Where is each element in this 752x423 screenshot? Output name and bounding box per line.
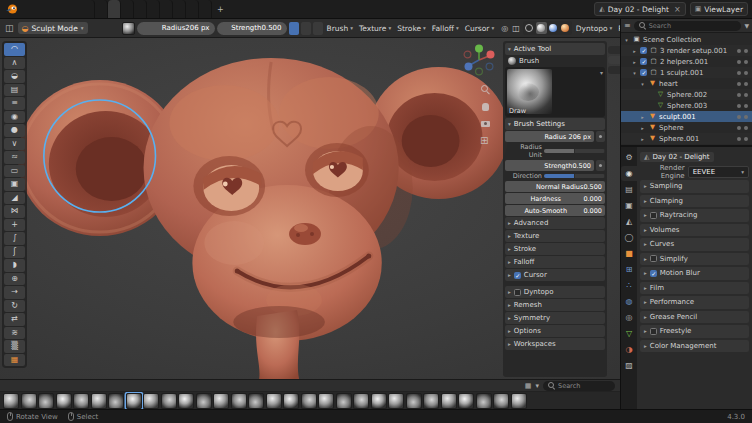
brush-asset[interactable] [73,393,89,409]
tool-draw-face-sets[interactable]: ▦ [4,354,25,367]
brush-asset[interactable] [423,393,439,409]
tool-crease[interactable]: ∨ [4,138,25,151]
outliner-row-render-setup[interactable]: ▸ 3 render setup.001 [621,45,752,56]
properties-tab-output[interactable]: ▤ [621,182,637,197]
panel-film[interactable]: ▸ Film [640,282,749,295]
wireframe-shading-button[interactable] [524,22,535,34]
sidebar-tab-item[interactable] [608,46,620,54]
menu-file[interactable] [21,7,31,11]
panel-cursor[interactable]: ▸ Cursor [505,269,605,281]
panel-dyntopo[interactable]: ▸ Dyntopo [505,286,605,298]
breadcrumb-scene[interactable]: ◭ Day 02 - Delight [640,152,714,162]
filter-icon[interactable]: ▼ [744,22,749,29]
panel-checkbox[interactable] [650,328,657,335]
workspace-tab-animation[interactable] [160,0,173,18]
brush-asset[interactable] [248,393,264,409]
tool-inflate[interactable]: ◉ [4,111,25,124]
tool-mask[interactable]: ▒ [4,340,25,353]
panel-remesh[interactable]: ▸ Remesh [505,299,605,311]
visibility-icons[interactable] [737,137,748,141]
panel-performance[interactable]: ▸ Performance [640,296,749,309]
properties-tab-modifiers[interactable]: ⊞ [621,262,637,277]
properties-tab-particles[interactable]: ∴ [621,278,637,293]
brush-asset[interactable] [406,393,422,409]
direction-sub-button[interactable] [575,174,606,178]
workspace-tab-modeling[interactable] [95,0,108,18]
stroke-dropdown[interactable]: Stroke▾ [395,22,428,34]
solid-shading-button[interactable] [536,22,547,34]
tool-grab[interactable]: + [4,219,25,232]
brush-asset[interactable] [126,393,142,409]
tool-elastic-deform[interactable]: ∫ [4,232,25,245]
brush-asset[interactable] [161,393,177,409]
menu-window[interactable] [54,7,64,11]
outliner-row-sphere[interactable]: ▸ Sphere [621,122,752,133]
expand-icon[interactable]: ▾ [631,70,638,76]
panel-checkbox[interactable] [650,270,657,277]
tool-draw-sharp[interactable]: ∧ [4,57,25,70]
panel-symmetry[interactable]: ▸ Symmetry [505,312,605,324]
visibility-icons[interactable] [737,115,748,119]
panel-checkbox[interactable] [650,212,657,219]
outliner-row-sphere-003[interactable]: Sphere.003 [621,100,752,111]
menu-face-sets[interactable] [114,27,120,30]
brush-asset[interactable] [388,393,404,409]
brush-asset[interactable] [266,393,282,409]
pressure-toggle-icon[interactable] [596,131,605,142]
editor-type-button[interactable]: ◫ [3,23,16,33]
camera-view-icon[interactable] [480,118,491,129]
visibility-icons[interactable] [737,104,748,108]
material-shading-button[interactable] [548,22,559,34]
properties-tab-texture[interactable]: ▨ [621,358,637,373]
outliner-row-sphere-001[interactable]: ▸ Sphere.001 [621,133,752,144]
workspace-tab-rendering[interactable] [173,0,186,18]
expand-icon[interactable]: ▸ [631,59,638,65]
brush-asset[interactable] [213,393,229,409]
symmetry-z-button[interactable] [313,22,323,35]
mode-selector[interactable]: ◒ Sculpt Mode ▾ [18,22,88,34]
properties-tab-physics[interactable]: ◍ [621,294,637,309]
expand-icon[interactable]: ▸ [639,114,646,120]
rendered-shading-button[interactable] [560,22,571,34]
brush-asset[interactable] [38,393,54,409]
outliner-row-sphere-002[interactable]: Sphere.002 [621,89,752,100]
panel-checkbox[interactable] [514,289,521,296]
editor-type-button[interactable]: ≡ [624,21,631,30]
outliner-row-sculpt-collection[interactable]: ▾ 1 sculpt.001 [621,67,752,78]
collection-checkbox[interactable] [640,58,647,65]
brush-asset[interactable] [21,393,37,409]
panel-texture[interactable]: ▸ Texture [505,230,605,242]
tool-cloth[interactable]: ≋ [4,327,25,340]
tool-thumb[interactable]: ◗ [4,259,25,272]
close-icon[interactable]: × [672,5,681,14]
strength-slider[interactable]: Strength 0.500 [505,160,594,171]
auto-smooth-slider[interactable]: Auto-Smooth 0.000 [505,205,605,216]
tool-nudge[interactable]: → [4,286,25,299]
expand-icon[interactable]: ▾ [639,81,646,87]
brush-asset[interactable] [353,393,369,409]
brush-asset[interactable] [318,393,334,409]
brush-asset[interactable] [3,393,19,409]
brush-row[interactable]: Brush [505,56,605,66]
tool-clay-strips[interactable]: ▤ [4,84,25,97]
brush-asset[interactable] [143,393,159,409]
brush-asset[interactable] [493,393,509,409]
visibility-icons[interactable] [737,126,748,130]
panel-falloff[interactable]: ▸ Falloff [505,256,605,268]
panel-clamping[interactable]: ▸ Clamping [640,195,749,208]
visibility-icons[interactable] [737,93,748,97]
panel-checkbox[interactable] [650,255,657,262]
brush-preview[interactable]: Draw ▾ [505,67,605,117]
panel-options[interactable]: ▸ Options [505,325,605,337]
outliner-row-heart[interactable]: ▾ heart [621,78,752,89]
collection-checkbox[interactable] [640,47,647,54]
active-brush-icon[interactable] [122,22,135,35]
tool-pose[interactable]: ⊕ [4,273,25,286]
expand-icon[interactable]: ▾ [623,37,630,43]
panel-checkbox[interactable] [514,272,521,279]
collection-checkbox[interactable] [640,69,647,76]
menu-sculpt[interactable] [98,27,104,30]
panel-workspaces[interactable]: ▸ Workspaces [505,338,605,350]
panel-freestyle[interactable]: ▸ Freestyle [640,325,749,338]
dyntopo-dropdown[interactable]: Dyntopo▾ [574,22,615,34]
